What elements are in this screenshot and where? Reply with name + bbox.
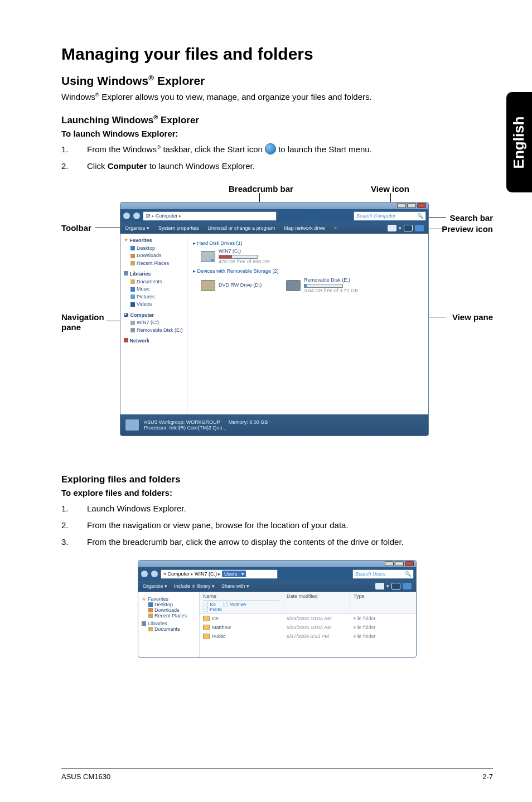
section-removable[interactable]: ▸ Devices with Removable Storage (2) xyxy=(193,268,423,274)
preview-pane-icon[interactable] xyxy=(404,225,413,231)
side-tab-english: English xyxy=(506,92,532,192)
preview-pane-icon-2[interactable] xyxy=(391,583,400,590)
drive-dvd[interactable]: DVD RW Drive (D:) xyxy=(201,277,262,294)
toolbar-uninstall[interactable]: Uninstall or change a program xyxy=(208,225,275,231)
explorer-window: 🖳▸ Computer▸ Search Computer🔍 Organize ▾… xyxy=(120,202,429,436)
navigation-pane-2: Favorites Desktop Downloads Recent Place… xyxy=(138,592,200,657)
table-row[interactable]: Ice 5/25/2009 10:04 AM File folder xyxy=(200,614,416,623)
close-button-2[interactable] xyxy=(405,561,414,566)
start-icon xyxy=(265,143,276,154)
explore-step-1: 1.Launch Windows Explorer. xyxy=(61,502,493,515)
page-footer: ASUS CM1630 2-7 xyxy=(61,769,493,781)
nav2-downloads[interactable]: Downloads xyxy=(142,607,196,613)
minimize-button-2[interactable] xyxy=(385,561,394,566)
nav-documents[interactable]: Documents xyxy=(124,278,183,286)
drive-usb[interactable]: Removable Disk (E:) 3.64 GB free of 3.71… xyxy=(286,277,358,294)
label-view-pane: View pane xyxy=(452,312,493,322)
nav-drive-e[interactable]: Removable Disk (E:) xyxy=(124,327,183,335)
minimize-button[interactable] xyxy=(397,203,406,208)
table-row[interactable]: Matthew 5/25/2009 10:04 AM File folder xyxy=(200,623,416,632)
nav2-documents[interactable]: Documents xyxy=(142,626,196,632)
footer-page-number: 2-7 xyxy=(482,772,493,781)
address-bar: 🖳▸ Computer▸ Search Computer🔍 xyxy=(120,209,428,223)
computer-icon xyxy=(125,419,139,431)
maximize-button-2[interactable] xyxy=(395,561,404,566)
nav-drive-c[interactable]: WIN7 (C:) xyxy=(124,319,183,327)
search-input[interactable]: Search Computer🔍 xyxy=(354,211,426,221)
section-hdd[interactable]: ▸ Hard Disk Drives (1) xyxy=(193,240,423,246)
section-launching: Launching Windows® Explorer xyxy=(61,114,493,126)
status-bar: ASUS Workgroup: WORKGROUP Memory: 8.00 G… xyxy=(120,414,428,436)
launch-step-2: 2. Click Computer to launch Windows Expl… xyxy=(61,160,493,173)
window-titlebar xyxy=(120,202,428,209)
view-pane: ▸ Hard Disk Drives (1) WIN7 (C:) 476 GB … xyxy=(187,234,428,414)
view-icon-2[interactable] xyxy=(375,583,384,590)
explore-step-2: 2.From the navigation or view pane, brow… xyxy=(61,519,493,532)
table-row[interactable]: Public 6/17/2009 6:53 PM File folder xyxy=(200,632,416,641)
label-breadcrumb-bar: Breadcrumb bar xyxy=(229,184,293,194)
window-titlebar-2 xyxy=(138,561,416,567)
toolbar-more[interactable]: » xyxy=(334,225,337,231)
nav2-desktop[interactable]: Desktop xyxy=(142,602,196,607)
toolbar-map-drive[interactable]: Map network drive xyxy=(284,225,325,231)
explore-step-3: 3.From the breadcrumb bar, click the arr… xyxy=(61,535,493,549)
section-using-explorer: Using Windows® Explorer xyxy=(61,74,493,88)
back-button[interactable] xyxy=(123,212,130,220)
back-button-2[interactable] xyxy=(141,570,148,578)
view-icon[interactable] xyxy=(388,225,396,231)
launch-step-1: 1. From the Windows® taskbar, click the … xyxy=(61,143,493,156)
file-list: Name 📄 Ice 📄 Matthew 📄 Public Date modif… xyxy=(200,592,416,657)
nav-downloads[interactable]: Downloads xyxy=(124,252,183,260)
maximize-button[interactable] xyxy=(407,203,416,208)
explore-lead: To explore files and folders: xyxy=(61,487,493,499)
toolbar-system-properties[interactable]: System properties xyxy=(158,225,199,231)
label-search-bar: Search bar xyxy=(449,213,493,223)
label-preview-icon: Preview icon xyxy=(442,224,493,234)
section-exploring: Exploring files and folders xyxy=(61,474,493,485)
nav-music[interactable]: Music xyxy=(124,286,183,293)
toolbar-organize-2[interactable]: Organize ▾ xyxy=(143,583,167,589)
toolbar: Organize ▾ System properties Uninstall o… xyxy=(120,223,428,234)
label-view-icon: View icon xyxy=(371,184,409,194)
breadcrumb-bar[interactable]: 🖳▸ Computer▸ xyxy=(143,211,277,221)
folder-icon xyxy=(203,625,210,630)
nav-recent[interactable]: Recent Places xyxy=(124,260,183,268)
help-icon-2[interactable] xyxy=(403,583,412,590)
column-type[interactable]: Type xyxy=(350,592,416,613)
hard-drive-icon xyxy=(201,251,215,262)
drive-c[interactable]: WIN7 (C:) 476 GB free of 698 GB xyxy=(201,248,423,265)
label-toolbar: Toolbar xyxy=(61,223,91,233)
launch-lead: To launch Windows Explorer: xyxy=(61,128,493,139)
folder-icon xyxy=(203,634,210,639)
toolbar-organize[interactable]: Organize ▾ xyxy=(125,225,149,231)
nav-desktop[interactable]: Desktop xyxy=(124,245,183,253)
users-window: « Computer ▸ WIN7 (C:) ▸ Users ▾ Search … xyxy=(138,560,417,658)
breadcrumb-bar-2[interactable]: « Computer ▸ WIN7 (C:) ▸ Users ▾ xyxy=(161,569,278,579)
help-icon[interactable] xyxy=(415,225,424,231)
forward-button-2[interactable] xyxy=(151,570,158,578)
nav-videos[interactable]: Videos xyxy=(124,301,183,308)
footer-product: ASUS CM1630 xyxy=(61,772,110,781)
navigation-pane: Favorites Desktop Downloads Recent Place… xyxy=(120,234,187,414)
dvd-drive-icon xyxy=(201,280,215,291)
forward-button[interactable] xyxy=(133,212,141,220)
toolbar-include-library[interactable]: Include in library ▾ xyxy=(174,583,215,589)
label-navigation-pane: Navigation pane xyxy=(61,312,106,332)
explorer-diagram: Breadcrumb bar View icon Toolbar Search … xyxy=(61,184,493,452)
nav2-recent[interactable]: Recent Places xyxy=(142,613,196,619)
nav-pictures[interactable]: Pictures xyxy=(124,293,183,301)
page-title: Managing your files and folders xyxy=(61,45,493,64)
explorer-intro: Windows® Explorer allows you to view, ma… xyxy=(61,91,493,103)
column-name[interactable]: Name 📄 Ice 📄 Matthew 📄 Public xyxy=(200,592,283,613)
column-date[interactable]: Date modified xyxy=(283,592,350,613)
toolbar-share-with[interactable]: Share with ▾ xyxy=(221,583,249,589)
usb-drive-icon xyxy=(286,280,301,291)
search-input-2[interactable]: Search Users🔍 xyxy=(352,569,414,579)
folder-icon xyxy=(203,616,210,621)
close-button[interactable] xyxy=(417,203,426,208)
